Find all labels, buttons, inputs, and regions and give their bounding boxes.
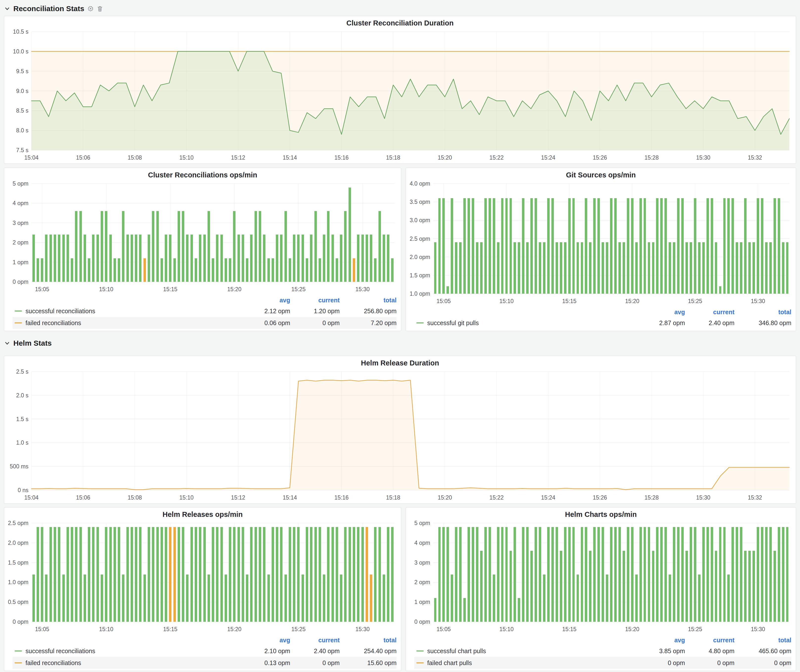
svg-text:15:30: 15:30 xyxy=(355,286,370,293)
legend-avg-value: 2.87 opm xyxy=(635,319,685,326)
git-sources-chart[interactable]: 1.0 opm1.5 opm2.0 opm2.5 opm3.0 opm3.5 o… xyxy=(406,180,796,307)
legend-series-name[interactable]: failed chart pulls xyxy=(414,659,635,667)
svg-text:15:28: 15:28 xyxy=(645,154,659,161)
legend-current-value: 2.40 opm xyxy=(290,648,340,655)
legend-header-current[interactable]: current xyxy=(685,637,734,644)
cluster-reconciliations-chart[interactable]: 0 opm1 opm2 opm3 opm4 opm5 opm15:0515:10… xyxy=(4,180,401,295)
legend-current-value: 0 opm xyxy=(290,319,340,326)
legend-row: successful reconciliations2.12 opm1.20 o… xyxy=(13,305,397,317)
section-header-helm-stats[interactable]: Helm Stats xyxy=(4,338,796,349)
legend-avg-value: 3.85 opm xyxy=(635,648,685,655)
legend-header-current[interactable]: current xyxy=(290,637,340,644)
legend-series-name[interactable]: successful chart pulls xyxy=(414,648,635,655)
svg-text:1 opm: 1 opm xyxy=(13,259,29,266)
panel-title[interactable]: Helm Charts ops/min xyxy=(406,507,796,519)
svg-text:15:15: 15:15 xyxy=(562,626,577,632)
legend-series-name[interactable]: successful reconciliations xyxy=(13,307,241,315)
legend-header-current[interactable]: current xyxy=(290,297,340,304)
svg-text:15:05: 15:05 xyxy=(437,298,451,304)
legend-series-name[interactable]: failed reconciliations xyxy=(13,659,241,667)
svg-text:15:10: 15:10 xyxy=(179,494,194,501)
legend-header-current[interactable]: current xyxy=(685,309,734,316)
legend-header-total[interactable]: total xyxy=(340,297,397,304)
legend-series-name[interactable]: failed reconciliations xyxy=(13,319,241,326)
svg-text:15:24: 15:24 xyxy=(541,154,555,161)
svg-text:1.5 s: 1.5 s xyxy=(16,416,29,422)
legend-row: successful reconciliations2.10 opm2.40 o… xyxy=(13,645,397,657)
svg-text:3.5 opm: 3.5 opm xyxy=(410,199,430,205)
legend-header-row: avgcurrenttotal xyxy=(414,635,791,645)
svg-text:2.5 s: 2.5 s xyxy=(16,368,29,375)
svg-text:15:22: 15:22 xyxy=(489,154,504,161)
svg-text:15:16: 15:16 xyxy=(334,494,349,501)
svg-text:0.5 opm: 0.5 opm xyxy=(8,599,29,605)
svg-text:0 opm: 0 opm xyxy=(13,619,29,625)
svg-text:15:24: 15:24 xyxy=(541,494,555,501)
svg-text:15:30: 15:30 xyxy=(355,626,370,632)
svg-text:15:14: 15:14 xyxy=(283,494,297,501)
svg-text:15:10: 15:10 xyxy=(99,626,113,632)
legend-avg-value: 2.10 opm xyxy=(241,648,290,655)
panel-title[interactable]: Helm Releases ops/min xyxy=(4,507,401,519)
section-header-reconciliation-stats[interactable]: Reconciliation Stats xyxy=(4,3,796,14)
svg-text:15:12: 15:12 xyxy=(231,154,245,161)
svg-text:3 opm: 3 opm xyxy=(13,220,29,226)
svg-text:15:20: 15:20 xyxy=(625,626,640,632)
series-marker-icon xyxy=(14,310,22,312)
svg-text:10.5 s: 10.5 s xyxy=(13,29,29,35)
svg-text:500 ms: 500 ms xyxy=(10,463,29,470)
helm-charts-chart[interactable]: 0 opm1 opm2 opm3 opm4 opm5 opm15:0515:10… xyxy=(406,519,796,635)
svg-text:9.5 s: 9.5 s xyxy=(16,68,29,74)
legend-header-avg[interactable]: avg xyxy=(241,297,290,304)
helm-release-duration-chart[interactable]: 0 ns500 ms1.0 s1.5 s2.0 s2.5 s15:0415:06… xyxy=(4,368,796,504)
cluster-reconciliation-duration-chart[interactable]: 7.5 s8.0 s8.5 s9.0 s9.5 s10.0 s10.5 s15:… xyxy=(4,28,796,163)
svg-text:2 opm: 2 opm xyxy=(13,239,29,246)
svg-text:15:05: 15:05 xyxy=(35,626,49,632)
svg-text:0 ns: 0 ns xyxy=(18,487,29,493)
panel-row: Cluster Reconciliations ops/min 0 opm1 o… xyxy=(4,168,796,331)
section-title[interactable]: Helm Stats xyxy=(13,339,52,347)
svg-text:2.0 s: 2.0 s xyxy=(16,392,29,398)
trash-icon[interactable] xyxy=(97,5,103,12)
svg-text:15:20: 15:20 xyxy=(227,626,242,632)
panel-title[interactable]: Cluster Reconciliation Duration xyxy=(4,16,796,28)
chevron-down-icon xyxy=(4,5,10,12)
panel-title[interactable]: Helm Release Duration xyxy=(4,356,796,368)
legend-header-avg[interactable]: avg xyxy=(241,637,290,644)
legend-series-name[interactable]: successful git pulls xyxy=(414,319,635,326)
svg-text:15:08: 15:08 xyxy=(128,494,142,501)
svg-text:15:10: 15:10 xyxy=(499,626,514,632)
svg-text:15:32: 15:32 xyxy=(748,154,762,161)
legend-git-sources: avgcurrenttotalsuccessful git pulls2.87 … xyxy=(406,307,796,331)
panel-title[interactable]: Cluster Reconciliations ops/min xyxy=(4,168,401,180)
svg-text:15:25: 15:25 xyxy=(291,626,306,632)
legend-current-value: 0 opm xyxy=(290,659,340,667)
legend-header-total[interactable]: total xyxy=(734,637,791,644)
svg-text:1.0 s: 1.0 s xyxy=(16,439,29,446)
svg-text:1 opm: 1 opm xyxy=(414,599,430,605)
panel-title[interactable]: Git Sources ops/min xyxy=(406,168,796,180)
svg-text:1.0 opm: 1.0 opm xyxy=(410,290,430,297)
legend-header-total[interactable]: total xyxy=(340,637,397,644)
gear-icon[interactable] xyxy=(87,5,94,12)
svg-text:5 opm: 5 opm xyxy=(13,180,29,187)
legend-series-name[interactable]: successful reconciliations xyxy=(13,648,241,655)
svg-text:15:26: 15:26 xyxy=(593,154,607,161)
svg-text:15:22: 15:22 xyxy=(489,494,504,501)
legend-row: failed reconciliations0.13 opm0 opm15.60… xyxy=(13,657,397,669)
svg-text:15:15: 15:15 xyxy=(562,298,577,304)
svg-text:15:04: 15:04 xyxy=(24,494,38,501)
svg-text:15:26: 15:26 xyxy=(593,494,607,501)
helm-releases-chart[interactable]: 0 opm0.5 opm1.0 opm1.5 opm2.0 opm2.5 opm… xyxy=(4,519,401,635)
svg-text:0 opm: 0 opm xyxy=(414,619,430,625)
legend-header-avg[interactable]: avg xyxy=(635,309,685,316)
legend-header-avg[interactable]: avg xyxy=(635,637,685,644)
section-title[interactable]: Reconciliation Stats xyxy=(13,5,84,13)
svg-text:2.0 opm: 2.0 opm xyxy=(8,540,29,546)
svg-text:15:15: 15:15 xyxy=(163,286,178,293)
legend-row: failed reconciliations0.06 opm0 opm7.20 … xyxy=(13,317,397,329)
legend-header-total[interactable]: total xyxy=(734,309,791,316)
legend-avg-value: 0.13 opm xyxy=(241,659,290,667)
series-marker-icon xyxy=(14,322,22,323)
svg-text:2 opm: 2 opm xyxy=(414,579,430,586)
